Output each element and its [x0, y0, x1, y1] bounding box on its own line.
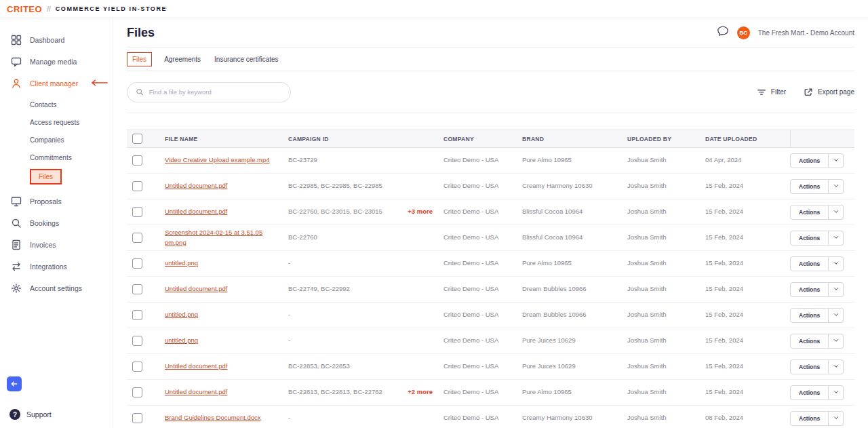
file-name-cell: Screenshot 2024-02-15 at 3.51.05 pm.png [165, 228, 288, 248]
row-checkbox[interactable] [132, 284, 142, 294]
tab-agreements[interactable]: Agreements [163, 53, 202, 66]
actions-button[interactable]: Actions [790, 359, 829, 374]
row-checkbox[interactable] [132, 258, 142, 269]
avatar[interactable]: BC [737, 26, 750, 39]
file-name-link[interactable]: Untitled document.pdf [165, 208, 227, 215]
row-checkbox[interactable] [132, 155, 142, 166]
sidebar-item-integrations[interactable]: Integrations [0, 256, 113, 277]
actions-dropdown-button[interactable] [829, 231, 844, 246]
sidebar-subitem-label: Contacts [30, 101, 56, 109]
actions-cell: Actions [790, 153, 854, 168]
company-cell: Criteo Demo - USA [443, 336, 522, 345]
row-checkbox[interactable] [132, 233, 142, 243]
actions-button[interactable]: Actions [790, 308, 829, 323]
sidebar-item-label: Bookings [30, 219, 59, 227]
actions-button[interactable]: Actions [790, 153, 829, 168]
more-campaigns-link[interactable]: +2 more [408, 387, 433, 397]
actions-dropdown-button[interactable] [829, 205, 844, 220]
table-row: Untitled document.pdfBC-22749, BC-22992C… [127, 277, 854, 303]
file-name-link[interactable]: untitled.png [165, 311, 198, 318]
select-all-checkbox[interactable] [132, 134, 142, 144]
actions-button[interactable]: Actions [790, 205, 829, 220]
file-name-link[interactable]: Untitled document.pdf [165, 362, 227, 370]
actions-button[interactable]: Actions [790, 231, 829, 246]
row-checkbox[interactable] [132, 310, 142, 320]
actions-dropdown-button[interactable] [829, 308, 844, 323]
actions-button[interactable]: Actions [790, 334, 829, 349]
actions-dropdown-button[interactable] [829, 334, 844, 349]
sidebar-subitem-access-requests[interactable]: Access requests [0, 113, 113, 131]
sidebar-item-proposals[interactable]: Proposals [0, 191, 113, 212]
file-name-link[interactable]: Untitled document.pdf [165, 285, 227, 292]
account-name: The Fresh Mart - Demo Account [758, 29, 854, 37]
chat-bubble-icon[interactable] [717, 25, 729, 40]
campaign-id-text: BC-22985, BC-22985, BC-22985 [288, 181, 382, 191]
campaign-id-cell: - [288, 258, 443, 268]
sidebar-item-client-manager[interactable]: Client manager [0, 73, 113, 94]
row-checkbox[interactable] [132, 336, 142, 346]
file-name-link[interactable]: Untitled document.pdf [165, 182, 227, 189]
file-name-cell: Untitled document.pdf [165, 387, 288, 397]
actions-button[interactable]: Actions [790, 179, 829, 194]
sidebar-subitem-files[interactable]: Files [0, 168, 113, 185]
client-manager-icon [11, 78, 22, 89]
sidebar-nav: DashboardManage mediaClient managerConta… [0, 29, 113, 299]
file-name-link[interactable]: untitled.png [165, 336, 198, 344]
campaign-id-text: BC-22749, BC-22992 [288, 284, 350, 294]
chevron-down-icon [833, 310, 840, 320]
sidebar-item-label: Client manager [30, 79, 78, 87]
brand-cell: Pure Almo 10965 [522, 155, 627, 165]
actions-dropdown-button[interactable] [829, 153, 844, 168]
file-name-link[interactable]: Video Creative Upload example.mp4 [165, 156, 270, 163]
filter-button[interactable]: Filter [757, 87, 786, 97]
actions-button[interactable]: Actions [790, 385, 829, 400]
sidebar-item-account-settings[interactable]: Account settings [0, 277, 113, 299]
actions-cell: Actions [790, 385, 854, 400]
toolbar-right: Filter Export page [757, 87, 854, 97]
file-name-link[interactable]: Brand Guidelines Document.docx [165, 414, 261, 421]
file-name-link[interactable]: untitled.png [165, 259, 198, 267]
date-uploaded-cell: 15 Feb, 2024 [705, 233, 790, 242]
sidebar-subitem-companies[interactable]: Companies [0, 131, 113, 149]
row-checkbox[interactable] [132, 413, 142, 423]
search-input[interactable] [149, 88, 282, 96]
actions-dropdown-button[interactable] [829, 179, 844, 194]
sidebar-item-bookings[interactable]: Bookings [0, 212, 113, 234]
actions-dropdown-button[interactable] [829, 411, 844, 426]
uploaded-by-cell: Joshua Smith [627, 310, 705, 319]
actions-dropdown-button[interactable] [829, 385, 844, 400]
actions-button[interactable]: Actions [790, 411, 829, 426]
actions-dropdown-button[interactable] [829, 256, 844, 271]
row-checkbox[interactable] [132, 207, 142, 217]
sidebar-subitem-contacts[interactable]: Contacts [0, 96, 113, 113]
actions-cell: Actions [790, 256, 854, 271]
more-campaigns-link[interactable]: +3 more [408, 207, 433, 216]
file-name-link[interactable]: Screenshot 2024-02-15 at 3.51.05 pm.png [165, 229, 262, 246]
actions-button[interactable]: Actions [790, 256, 829, 271]
column-header-date-uploaded: DATE UPLOADED [705, 130, 790, 147]
chevron-down-icon [833, 207, 840, 217]
actions-button[interactable]: Actions [790, 282, 829, 297]
campaign-id-text: - [288, 413, 290, 423]
campaign-id-text: BC-22760 [288, 233, 317, 242]
support-label: Support [26, 410, 52, 419]
sidebar-subitem-commitments[interactable]: Commitments [0, 149, 113, 166]
actions-dropdown-button[interactable] [829, 282, 844, 297]
tabs-bar: FilesAgreementsInsurance certificates [127, 47, 854, 71]
campaign-id-cell: BC-22813, BC-22813, BC-22762+2 more [288, 387, 443, 397]
row-checkbox[interactable] [132, 387, 142, 397]
support-item[interactable]: ? Support [7, 409, 113, 420]
export-page-button[interactable]: Export page [804, 87, 854, 97]
row-checkbox[interactable] [132, 362, 142, 372]
criteo-logo: CRITEO [7, 4, 42, 14]
file-name-link[interactable]: Untitled document.pdf [165, 388, 227, 395]
actions-dropdown-button[interactable] [829, 359, 844, 374]
tab-files[interactable]: Files [127, 52, 152, 66]
column-header-company: COMPANY [443, 130, 522, 147]
sidebar-item-invoices[interactable]: Invoices [0, 234, 113, 256]
tab-insurance-certificates[interactable]: Insurance certificates [213, 53, 280, 66]
sidebar-item-dashboard[interactable]: Dashboard [0, 29, 113, 51]
collapse-sidebar-button[interactable] [7, 376, 22, 391]
sidebar-item-manage-media[interactable]: Manage media [0, 51, 113, 73]
row-checkbox[interactable] [132, 181, 142, 191]
